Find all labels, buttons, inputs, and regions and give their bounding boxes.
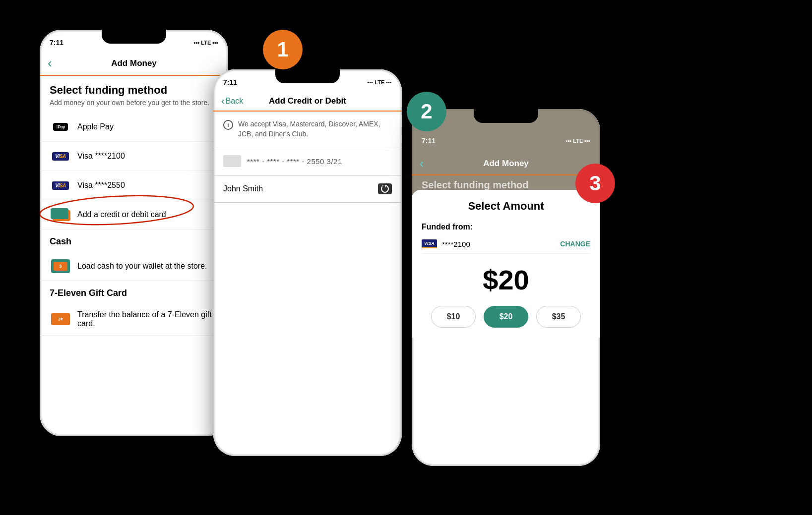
gift-title: 7-Eleven Gift Card <box>50 288 218 298</box>
visa-2550-icon: VISA <box>50 178 71 193</box>
gift-section: 7-Eleven Gift Card <box>40 281 228 298</box>
card-placeholder <box>223 155 241 167</box>
cash-section: Cash <box>40 229 228 247</box>
info-box: i We accept Visa, Mastercard, Discover, … <box>213 112 402 147</box>
step-badge-2: 2 <box>407 92 446 131</box>
info-icon: i <box>223 120 233 130</box>
nav-bar-1: ‹ Add Money <box>40 52 228 76</box>
nav-bar-2: ‹ Back Add Credit or Debit <box>213 91 402 112</box>
add-card-label: Add a credit or debit card <box>77 210 166 219</box>
info-text: We accept Visa, Mastercard, Discover, AM… <box>238 119 392 139</box>
phone-3: 7:11 ▪▪▪ LTE ▪▪▪ ‹ Add Money Select fund… <box>412 109 600 466</box>
change-button[interactable]: CHANGE <box>560 240 590 248</box>
apple-pay-item[interactable]: Pay Apple Pay <box>40 113 228 142</box>
nav-bar-3: ‹ Add Money <box>412 153 600 175</box>
cash-label: Load cash to your wallet at the store. <box>77 262 207 271</box>
gift-item[interactable]: 7¢ Transfer the balance of a 7-Eleven gi… <box>40 303 228 336</box>
visa-number: ****2100 <box>442 240 470 248</box>
phone-2: 7:11 ▪▪▪ LTE ▪▪▪ ‹ Back Add Credit or De… <box>213 69 402 456</box>
visa-2100-label: Visa ****2100 <box>77 152 125 161</box>
visa-badge-2550: VISA <box>52 181 68 190</box>
section-funding-subtitle: Add money on your own before you get to … <box>40 99 228 113</box>
notch-3 <box>474 109 538 123</box>
amount-buttons: $10 $20 $35 <box>422 301 590 328</box>
gift-label: Transfer the balance of a 7-Eleven gift … <box>77 310 218 328</box>
gift-icon: 7¢ <box>51 313 70 325</box>
content-1: Select funding method Add money on your … <box>40 76 228 336</box>
white-card: Select Amount Funded from: VISA ****2100… <box>412 190 600 338</box>
step-badge-3: 3 <box>575 164 615 203</box>
apple-pay-icon: Pay <box>50 119 71 134</box>
amount-10-button[interactable]: $10 <box>431 306 476 328</box>
section-funding-title: Select funding method <box>40 76 228 99</box>
visa-2100-item[interactable]: VISA Visa ****2100 <box>40 142 228 171</box>
cash-inner: $ <box>54 262 67 271</box>
cash-icon: $ <box>51 259 70 273</box>
amount-35-button[interactable]: $35 <box>536 306 581 328</box>
back-button-3[interactable]: ‹ <box>420 157 424 171</box>
status-icons-2: ▪▪▪ LTE ▪▪▪ <box>368 79 392 85</box>
select-amount-title: Select Amount <box>422 200 590 213</box>
visa-badge-2100: VISA <box>52 152 68 161</box>
card-stack <box>50 207 71 222</box>
back-button-2[interactable]: ‹ Back <box>221 95 243 107</box>
cardholder-row[interactable]: John Smith <box>213 175 402 203</box>
page-title-1: Add Money <box>111 58 157 68</box>
cash-icon-wrap: $ <box>50 259 71 274</box>
card-number-text: **** - **** - **** - 2550 3/21 <box>247 157 342 166</box>
gift-icon-wrap: 7¢ <box>50 312 71 327</box>
page-title-2: Add Credit or Debit <box>269 96 346 106</box>
add-card-item[interactable]: Add a credit or debit card <box>40 200 228 229</box>
card-front <box>51 208 68 219</box>
cardholder-name: John Smith <box>223 184 263 193</box>
apple-pay-badge: Pay <box>53 123 67 131</box>
phone-1: 7:11 ▪▪▪ LTE ▪▪▪ ‹ Add Money Select fund… <box>40 30 228 436</box>
cash-symbol: $ <box>59 264 62 269</box>
visa-2100-icon: VISA <box>50 149 71 164</box>
funded-from-row: VISA ****2100 CHANGE <box>422 234 590 254</box>
visa-logo-small: VISA <box>422 239 437 248</box>
cash-title: Cash <box>50 236 218 247</box>
card-number-row[interactable]: **** - **** - **** - 2550 3/21 <box>213 147 402 175</box>
back-chevron-2: ‹ <box>221 95 225 107</box>
status-bar-3: 7:11 ▪▪▪ LTE ▪▪▪ <box>412 131 600 153</box>
time-3: 7:11 <box>422 137 436 145</box>
notch-1 <box>102 30 166 44</box>
amount-display: $20 <box>422 254 590 301</box>
step-badge-1: 1 <box>263 30 303 69</box>
camera-icon[interactable] <box>378 183 392 194</box>
page-title-3: Add Money <box>483 159 529 169</box>
visa-2550-label: Visa ****2550 <box>77 181 125 190</box>
back-button-1[interactable]: ‹ <box>48 56 52 71</box>
gift-symbol: 7¢ <box>58 317 63 322</box>
time-2: 7:11 <box>223 78 237 86</box>
funded-left: VISA ****2100 <box>422 239 470 248</box>
amount-20-button[interactable]: $20 <box>484 306 528 328</box>
time-1: 7:11 <box>50 39 63 47</box>
funded-from-label: Funded from: <box>422 223 590 231</box>
notch-2 <box>275 69 340 83</box>
status-icons-1: ▪▪▪ LTE ▪▪▪ <box>194 40 218 46</box>
back-label-2: Back <box>226 97 244 106</box>
visa-2550-item[interactable]: VISA Visa ****2550 <box>40 171 228 200</box>
cash-item[interactable]: $ Load cash to your wallet at the store. <box>40 252 228 281</box>
add-card-icon <box>50 207 71 222</box>
apple-pay-label: Apple Pay <box>77 122 114 131</box>
status-icons-3: ▪▪▪ LTE ▪▪▪ <box>566 138 590 144</box>
